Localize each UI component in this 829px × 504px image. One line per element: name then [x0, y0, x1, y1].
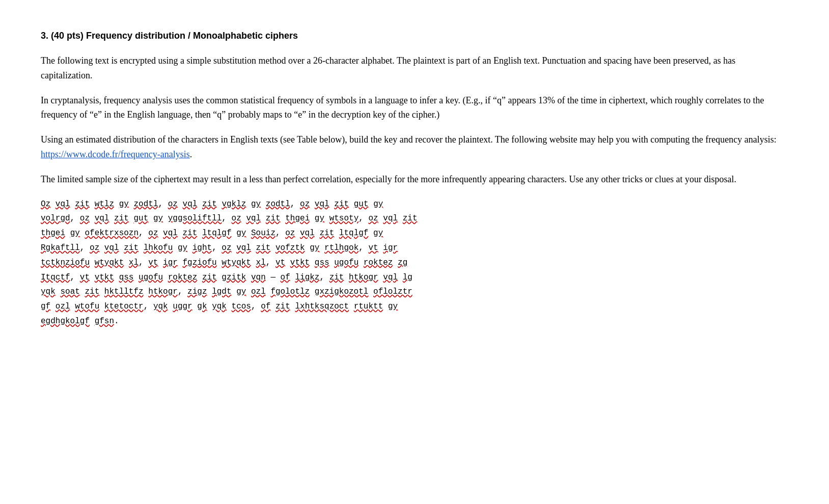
cipher-word: hktlltfz [104, 287, 144, 296]
cipher-word: ozl [251, 287, 266, 296]
cipher-word: tcos [232, 302, 251, 311]
cipher-word: of [261, 302, 270, 311]
paragraph-3-text-before-link: Using an estimated distribution of the c… [41, 134, 777, 145]
cipher-word: gy [388, 302, 398, 311]
cipher-word: gut [133, 214, 148, 223]
cipher-word: vql [383, 214, 398, 223]
cipher-word: roktez [364, 258, 393, 267]
cipher-word: uggr [173, 302, 192, 311]
cipher-word: gy [119, 200, 129, 209]
ciphertext-line: volrgd, oz vql zit gut gy yggsoliftll, o… [41, 211, 788, 226]
paragraph-2: In cryptanalysis, frequency analysis use… [41, 93, 788, 123]
cipher-word: xl [256, 258, 266, 267]
cipher-word: gy [251, 200, 261, 209]
cipher-word: vql [300, 229, 315, 238]
cipher-word: gy [315, 214, 324, 223]
cipher-word: rtlhgok [324, 243, 358, 253]
cipher-word: ofektrxsozn [85, 229, 139, 238]
cipher-word: oz [222, 243, 231, 253]
cipher-word: oz [148, 229, 158, 238]
cipher-word: htkogr [349, 273, 378, 282]
cipher-word: oz [300, 200, 310, 209]
cipher-word: tctknziofu [41, 258, 90, 267]
frequency-analysis-link[interactable]: https://www.dcode.fr/frequency-analysis [41, 149, 190, 159]
cipher-word: zit [266, 214, 281, 223]
cipher-word: wtsoty [329, 214, 359, 223]
cipher-word: zg [398, 258, 407, 267]
cipher-word: ltqlgf [202, 229, 232, 238]
cipher-word: zit [114, 214, 129, 223]
question-title: 3. (40 pts) Frequency distribution / Mon… [41, 31, 788, 41]
cipher-word: zit [75, 200, 90, 209]
cipher-word: zit [275, 302, 290, 311]
cipher-word: vql [246, 214, 261, 223]
cipher-word: igr [383, 243, 398, 253]
cipher-word: lhkofu [144, 243, 173, 253]
cipher-word: ugofu [334, 258, 358, 267]
ciphertext-block: Oz vql zit wtlz gy zodtl, oz vql zit vgk… [41, 197, 788, 329]
cipher-word: gy [236, 229, 246, 238]
cipher-word: lg [403, 273, 412, 282]
ciphertext-line: gf ozl wtofu ktetoctr, yqk uggr gk yqk t… [41, 299, 788, 314]
cipher-word: gy [153, 214, 163, 223]
cipher-word: of [281, 273, 290, 282]
paragraph-3: Using an estimated distribution of the c… [41, 132, 788, 162]
cipher-word: volrgd [41, 214, 70, 223]
cipher-word: zit [403, 214, 418, 223]
cipher-word: vql [95, 214, 109, 223]
cipher-word: ight [192, 243, 212, 253]
cipher-word: vtkt [95, 273, 114, 282]
cipher-word: gy [236, 287, 246, 296]
cipher-word: thgei [285, 214, 310, 223]
paragraph-3-text-after-link: . [190, 149, 192, 159]
cipher-word: lgdt [212, 287, 231, 296]
cipher-word: vt [148, 258, 158, 267]
ciphertext-line: yqk soat zit hktlltfz htkogr, zigz lgdt … [41, 285, 788, 299]
cipher-word: zodtl [133, 200, 158, 209]
paragraph-4: The limited sample size of the ciphertex… [41, 172, 788, 187]
paragraph-1: The following text is encrypted using a … [41, 53, 788, 83]
cipher-word: ltqlgf [339, 229, 369, 238]
cipher-word: vgklz [222, 200, 246, 209]
cipher-word: oz [368, 214, 378, 223]
cipher-word: gy [310, 243, 319, 253]
cipher-word: vql [183, 200, 198, 209]
cipher-word: wtlz [95, 200, 114, 209]
cipher-word: oz [285, 229, 295, 238]
cipher-word: gy [70, 229, 80, 238]
cipher-word: ligkz [295, 273, 319, 282]
cipher-word: qss [119, 273, 134, 282]
cipher-word: zit [85, 287, 99, 296]
ciphertext-line: egdhgkolgf gfsn. [41, 314, 788, 329]
ciphertext-line: tctknziofu wtyqkt xl, vt igr fgziofu wty… [41, 256, 788, 270]
cipher-word: zit [256, 243, 271, 253]
cipher-word: zigz [187, 287, 207, 296]
ciphertext-line: Rgkaftll, oz vql zit lhkofu gy ight, oz … [41, 241, 788, 256]
cipher-word: gy [373, 229, 383, 238]
cipher-word: zit [202, 273, 217, 282]
cipher-word: oz [90, 243, 99, 253]
cipher-word: gfsn [95, 317, 114, 326]
ciphertext-line: thgei gy ofektrxsozn, oz vql zit ltqlgf … [41, 226, 788, 241]
cipher-word: htkogr [148, 287, 178, 296]
cipher-word: Rgkaftll [41, 243, 80, 253]
cipher-word: gy [373, 200, 383, 209]
cipher-word: rtuktt [354, 302, 383, 311]
cipher-word: Souiz [251, 229, 275, 238]
cipher-word: Itqctf [41, 273, 70, 282]
cipher-word: fgolotlz [270, 287, 310, 296]
cipher-word: yggsoliftll [168, 214, 222, 223]
cipher-word: gut [354, 200, 369, 209]
cipher-word: vt [368, 243, 378, 253]
cipher-word: vql [383, 273, 398, 282]
cipher-word: ugofu [139, 273, 163, 282]
cipher-word: wtyqkt [222, 258, 251, 267]
cipher-word: oz [232, 214, 241, 223]
cipher-word: vql [104, 243, 119, 253]
cipher-word: vofztk [275, 243, 305, 253]
cipher-word: zodtl [266, 200, 290, 209]
cipher-word: yqk [41, 287, 56, 296]
cipher-word: oz [168, 200, 178, 209]
cipher-word: vtkt [290, 258, 310, 267]
cipher-word: zit [124, 243, 139, 253]
